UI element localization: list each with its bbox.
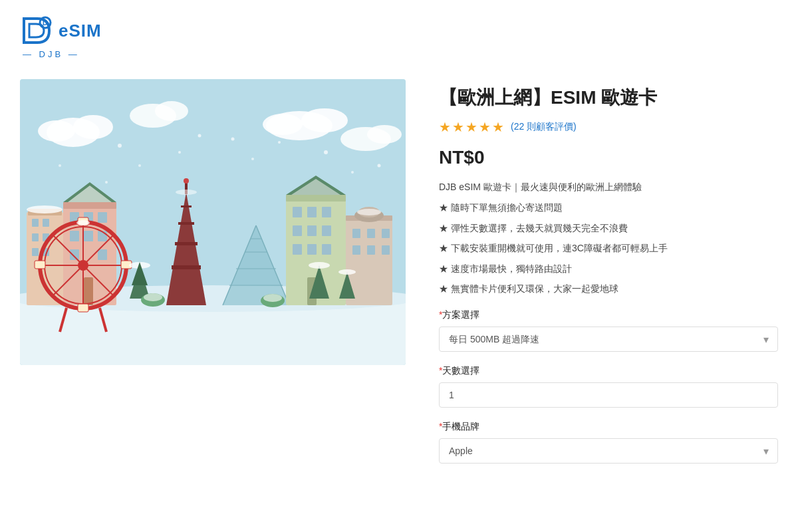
svg-point-21: [198, 134, 201, 138]
svg-rect-49: [84, 277, 93, 305]
svg-rect-99: [367, 229, 375, 238]
brand-label: *手機品牌: [439, 421, 778, 433]
svg-rect-43: [98, 212, 107, 223]
svg-rect-101: [352, 245, 360, 255]
plan-select-wrapper: 每日 500MB 超過降速: [439, 327, 778, 352]
svg-point-23: [278, 141, 281, 144]
svg-point-57: [176, 190, 197, 195]
page-wrapper: D eSIM — DJB —: [0, 0, 798, 490]
main-content: 【歐洲上網】ESIM 歐遊卡 ★★★★★ (22 則顧客評價) NT$0 DJB…: [20, 79, 778, 477]
svg-point-22: [105, 181, 108, 184]
desc-item-1: ★ 隨時下單無須擔心寄送問題: [439, 200, 778, 215]
svg-rect-32: [32, 233, 39, 241]
svg-point-11: [263, 114, 303, 135]
svg-rect-100: [382, 229, 390, 238]
svg-point-19: [351, 171, 354, 174]
rating-row: ★★★★★ (22 則顧客評價): [439, 119, 778, 135]
svg-rect-52: [175, 242, 198, 245]
svg-rect-34: [32, 248, 39, 256]
svg-point-15: [138, 164, 141, 167]
svg-point-17: [251, 158, 254, 160]
svg-rect-44: [70, 231, 79, 241]
days-label: *天數選擇: [439, 365, 778, 377]
days-field-group: *天數選擇: [439, 365, 778, 408]
svg-rect-84: [307, 207, 317, 217]
svg-rect-86: [293, 225, 302, 236]
svg-point-10: [301, 108, 348, 132]
svg-rect-83: [293, 207, 302, 217]
product-description: DJB eSIM 歐遊卡｜最火速與便利的歐洲上網體驗 ★ 隨時下單無須擔心寄送問…: [439, 182, 778, 296]
svg-point-6: [38, 120, 75, 142]
product-image: [20, 79, 406, 365]
svg-point-16: [231, 138, 235, 141]
brand-select-wrapper: Apple: [439, 438, 778, 464]
review-count[interactable]: (22 則顧客評價): [511, 121, 577, 133]
svg-point-25: [59, 164, 61, 167]
svg-rect-80: [286, 195, 346, 201]
svg-rect-67: [35, 261, 45, 269]
svg-rect-66: [78, 304, 88, 312]
svg-rect-38: [63, 202, 116, 209]
logo-area: D eSIM — DJB —: [20, 13, 778, 59]
svg-rect-48: [98, 249, 107, 260]
scene-illustration: [20, 79, 406, 365]
svg-point-97: [357, 209, 381, 215]
plan-select[interactable]: 每日 500MB 超過降速: [439, 327, 778, 352]
svg-rect-89: [293, 244, 302, 255]
svg-rect-87: [307, 225, 317, 236]
svg-rect-91: [322, 244, 331, 255]
svg-rect-90: [307, 244, 317, 255]
desc-item-4: ★ 速度市場最快，獨特路由設計: [439, 261, 778, 276]
svg-point-14: [118, 144, 122, 148]
svg-rect-98: [352, 229, 360, 238]
svg-point-69: [76, 220, 90, 225]
svg-rect-85: [322, 207, 331, 217]
svg-point-24: [378, 164, 381, 168]
svg-rect-103: [382, 245, 390, 255]
svg-rect-51: [172, 265, 201, 269]
logo-box: D eSIM: [20, 13, 102, 48]
days-input[interactable]: [439, 382, 778, 408]
svg-point-8: [155, 101, 188, 121]
logo-esim-text: eSIM: [59, 21, 102, 41]
desc-item-5: ★ 無實體卡片便利又環保，大家一起愛地球: [439, 281, 778, 296]
svg-point-56: [184, 178, 189, 184]
svg-rect-30: [32, 219, 39, 227]
svg-point-114: [263, 294, 282, 302]
desc-item-2: ★ 彈性天數選擇，去幾天就買幾天完全不浪費: [439, 221, 778, 235]
desc-item-3: ★ 下載安裝重開機就可使用，連3C障礙者都可輕易上手: [439, 241, 778, 255]
svg-rect-47: [70, 249, 79, 260]
svg-point-20: [178, 151, 181, 154]
svg-rect-53: [178, 222, 194, 225]
svg-rect-54: [181, 205, 192, 207]
product-image-wrapper: [20, 79, 406, 365]
svg-point-64: [78, 260, 88, 271]
svg-point-36: [27, 205, 63, 213]
svg-rect-45: [84, 231, 93, 241]
svg-rect-102: [367, 245, 375, 255]
svg-point-110: [338, 269, 356, 275]
star-rating: ★★★★★: [439, 119, 505, 135]
product-title: 【歐洲上網】ESIM 歐遊卡: [439, 86, 778, 110]
plan-label: *方案選擇: [439, 309, 778, 321]
svg-text:D: D: [43, 19, 47, 27]
svg-rect-88: [322, 225, 331, 236]
brand-field-group: *手機品牌 Apple: [439, 421, 778, 464]
desc-main: DJB eSIM 歐遊卡｜最火速與便利的歐洲上網體驗: [439, 182, 778, 194]
svg-point-18: [324, 150, 328, 154]
product-info: 【歐洲上網】ESIM 歐遊卡 ★★★★★ (22 則顧客評價) NT$0 DJB…: [439, 79, 778, 477]
svg-point-13: [367, 125, 402, 144]
logo-icon: D: [20, 13, 55, 48]
product-price: NT$0: [439, 147, 778, 168]
svg-point-112: [144, 293, 162, 301]
plan-field-group: *方案選擇 每日 500MB 超過降速: [439, 309, 778, 352]
svg-point-5: [73, 115, 113, 139]
svg-rect-31: [43, 219, 49, 227]
form-section: *方案選擇 每日 500MB 超過降速 *天數選擇 *手機品牌 Apple: [439, 309, 778, 464]
svg-point-108: [309, 262, 330, 269]
logo-djb-text: — DJB —: [23, 49, 80, 59]
brand-select[interactable]: Apple: [439, 438, 778, 464]
